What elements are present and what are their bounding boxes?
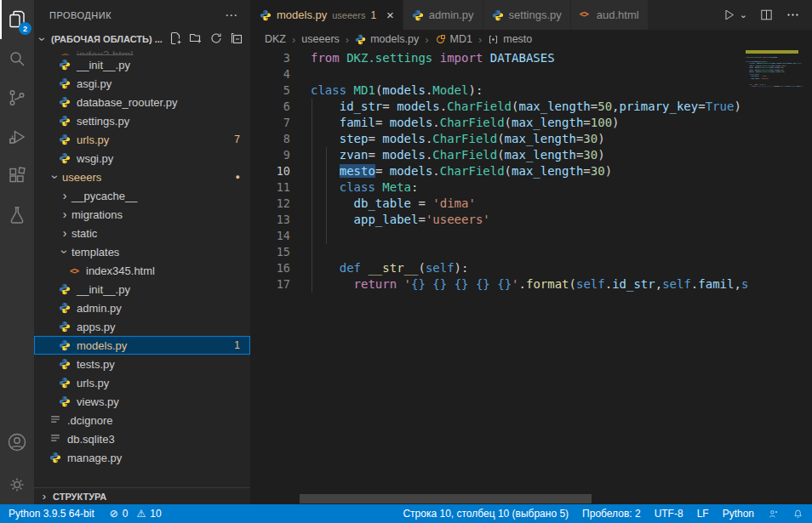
tree-item-database-roouter-py[interactable]: database_roouter.py bbox=[34, 93, 250, 111]
tree-item-asgi-py[interactable]: asgi.py bbox=[34, 74, 250, 93]
feedback-icon[interactable] bbox=[768, 509, 779, 520]
source-control-icon[interactable] bbox=[0, 78, 34, 117]
tree-folder-migrations[interactable]: ›migrations bbox=[34, 205, 250, 224]
split-editor-icon[interactable] bbox=[759, 8, 774, 22]
tree-item-apps-py[interactable]: apps.py bbox=[34, 317, 250, 336]
code-line-7[interactable]: 7 famil= models.CharField(max_length=100… bbox=[251, 115, 812, 131]
code-line-10[interactable]: 10 mesto= models.CharField(max_length=30… bbox=[251, 163, 812, 179]
code-line-15[interactable]: 15 bbox=[251, 244, 812, 260]
tree-item--dcignore[interactable]: .dcignore bbox=[34, 411, 250, 429]
extensions-icon[interactable] bbox=[0, 156, 34, 196]
breadcrumb-item-md1[interactable]: MD1 bbox=[435, 33, 472, 45]
line-number[interactable]: 15 bbox=[251, 244, 290, 260]
breadcrumb-item-mesto[interactable]: mesto bbox=[488, 33, 532, 45]
code-line-14[interactable]: 14 bbox=[251, 228, 812, 244]
workspace-section-header[interactable]: › (РАБОЧАЯ ОБЛАСТЬ) ... bbox=[34, 30, 250, 48]
run-dropdown-chevron-icon[interactable]: ⌄ bbox=[740, 9, 747, 20]
line-number[interactable]: 17 bbox=[251, 276, 290, 293]
breadcrumb-item-models-py[interactable]: models.py bbox=[355, 33, 419, 45]
new-folder-icon[interactable] bbox=[189, 31, 203, 47]
run-debug-icon[interactable] bbox=[0, 117, 34, 156]
refresh-icon[interactable] bbox=[209, 31, 223, 47]
code-line-9[interactable]: 9 zvan= models.CharField(max_length=30) bbox=[251, 147, 812, 163]
tree-item-urls-py[interactable]: urls.py7 bbox=[34, 130, 250, 149]
code-line-12[interactable]: 12 db_table = 'dima' bbox=[251, 196, 812, 212]
tree-folder-static[interactable]: ›static bbox=[34, 224, 250, 242]
code-line-4[interactable]: 4 bbox=[251, 66, 812, 82]
horizontal-scrollbar[interactable] bbox=[300, 494, 592, 503]
line-number[interactable]: 12 bbox=[251, 196, 290, 212]
tree-folder-useeers[interactable]: ›useeers● bbox=[34, 168, 250, 186]
breadcrumb-item-useeers[interactable]: useeers bbox=[301, 33, 339, 45]
tree-item-manage-py[interactable]: manage.py bbox=[34, 448, 250, 467]
code-line-16[interactable]: 16 def __str__(self): bbox=[251, 260, 812, 276]
indentation[interactable]: Пробелов: 2 bbox=[582, 508, 641, 520]
python-interpreter[interactable]: Python 3.9.5 64-bit bbox=[9, 508, 94, 520]
problems-status[interactable]: ⊘0⚠10 bbox=[110, 508, 162, 520]
code-line-3[interactable]: 3from DKZ.settings import DATABASES bbox=[251, 50, 812, 66]
chevron-right-icon: › bbox=[58, 227, 71, 239]
tree-item-views-py[interactable]: views.py bbox=[34, 392, 250, 411]
encoding[interactable]: UTF-8 bbox=[655, 508, 683, 520]
tree-item-admin-py[interactable]: admin.py bbox=[34, 298, 250, 317]
breadcrumb-item-dkz[interactable]: DKZ bbox=[265, 33, 286, 45]
run-icon[interactable] bbox=[722, 8, 736, 22]
tree-item-urls-py[interactable]: urls.py bbox=[34, 373, 250, 392]
tab-admin-py[interactable]: admin.py bbox=[403, 0, 483, 30]
line-text: app_label='useeers' bbox=[290, 212, 490, 228]
line-number[interactable]: 5 bbox=[251, 82, 290, 99]
code-line-11[interactable]: 11 class Meta: bbox=[251, 179, 812, 196]
tree-item-models-py[interactable]: models.py1 bbox=[34, 336, 250, 355]
code-line-6[interactable]: 6 id_str= models.CharField(max_length=50… bbox=[251, 99, 812, 115]
line-number[interactable]: 13 bbox=[251, 212, 290, 228]
line-number[interactable]: 6 bbox=[251, 99, 290, 115]
tab-aud-html[interactable]: <>aud.html bbox=[571, 0, 649, 30]
tree-item-index345-html[interactable]: <>index345.html bbox=[34, 261, 250, 280]
collapse-all-icon[interactable] bbox=[230, 31, 243, 47]
tree-item-settings-py[interactable]: settings.py bbox=[34, 111, 250, 130]
line-text bbox=[290, 244, 311, 260]
line-number[interactable]: 7 bbox=[251, 115, 290, 131]
line-number[interactable]: 4 bbox=[251, 66, 290, 82]
tree-item-index2-html[interactable]: <>index2.html bbox=[34, 48, 250, 55]
line-number[interactable]: 9 bbox=[251, 147, 290, 163]
account-icon[interactable] bbox=[0, 423, 34, 462]
close-icon[interactable]: × bbox=[386, 9, 394, 21]
editor-group: models.pyuseeers1×admin.pysettings.py<>a… bbox=[251, 0, 812, 504]
line-number[interactable]: 10 bbox=[251, 163, 290, 179]
tab-settings-py[interactable]: settings.py bbox=[483, 0, 571, 30]
new-file-icon[interactable] bbox=[169, 31, 182, 47]
line-text: from DKZ.settings import DATABASES bbox=[290, 50, 555, 66]
code-line-5[interactable]: 5class MD1(models.Model): bbox=[251, 82, 812, 99]
notifications-bell-icon[interactable] bbox=[792, 509, 803, 520]
cursor-position[interactable]: Строка 10, столбец 10 (выбрано 5) bbox=[403, 508, 569, 520]
code-editor[interactable]: 3from DKZ.settings import DATABASES45cla… bbox=[251, 48, 812, 504]
line-number[interactable]: 3 bbox=[251, 50, 290, 66]
line-number[interactable]: 11 bbox=[251, 179, 290, 196]
explorer-icon[interactable]: 2 bbox=[0, 0, 34, 39]
outline-section-header[interactable]: › СТРУКТУРА bbox=[34, 487, 250, 504]
language-mode[interactable]: Python bbox=[723, 508, 754, 520]
line-number[interactable]: 14 bbox=[251, 228, 290, 244]
code-line-17[interactable]: 17 return '{} {} {} {} {}'.format(self.i… bbox=[251, 276, 812, 293]
tree-item-wsgi-py[interactable]: wsgi.py bbox=[34, 149, 250, 168]
settings-gear-icon[interactable] bbox=[0, 465, 34, 504]
code-line-13[interactable]: 13 app_label='useeers' bbox=[251, 212, 812, 228]
tree-item--init-py[interactable]: __init__.py bbox=[34, 55, 250, 74]
minimap[interactable]: from DKZ.settings import DATABASES class… bbox=[746, 50, 803, 169]
eol[interactable]: LF bbox=[697, 508, 709, 520]
line-number[interactable]: 16 bbox=[251, 260, 290, 276]
file-label: __init__.py bbox=[77, 59, 130, 71]
code-line-8[interactable]: 8 step= models.CharField(max_length=30) bbox=[251, 131, 812, 147]
testing-icon[interactable] bbox=[0, 196, 34, 235]
tree-item--init-py[interactable]: __init__.py bbox=[34, 280, 250, 298]
explorer-more-actions-icon[interactable]: ⋯ bbox=[225, 8, 238, 23]
tree-item-tests-py[interactable]: tests.py bbox=[34, 355, 250, 373]
more-actions-icon[interactable] bbox=[786, 8, 800, 22]
tab-models-py[interactable]: models.pyuseeers1× bbox=[251, 0, 403, 30]
line-number[interactable]: 8 bbox=[251, 131, 290, 147]
tree-folder--pycache-[interactable]: ›__pycache__ bbox=[34, 186, 250, 205]
tree-item-db-sqlite3[interactable]: db.sqlite3 bbox=[34, 429, 250, 448]
tree-folder-templates[interactable]: ›templates bbox=[34, 242, 250, 261]
search-icon[interactable] bbox=[0, 39, 34, 78]
